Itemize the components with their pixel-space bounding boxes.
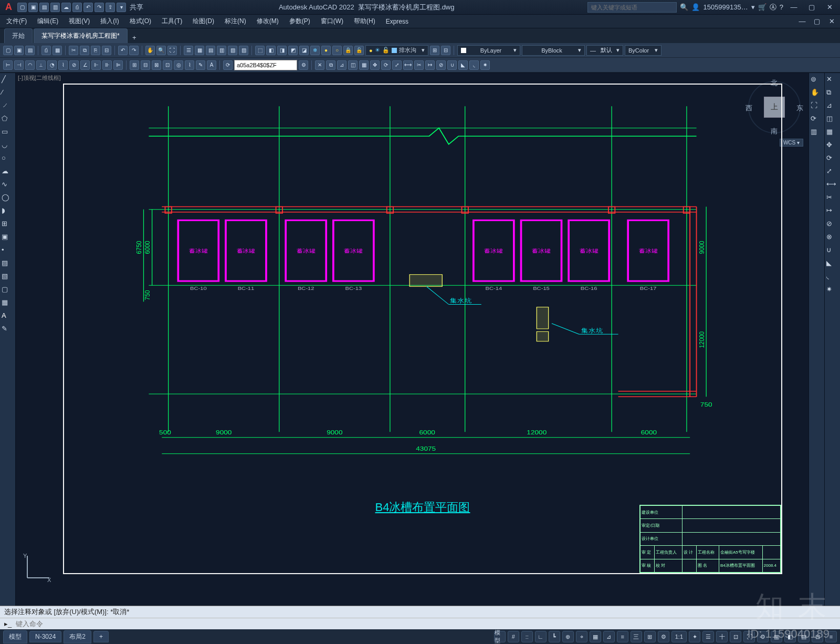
tb-zoom-icon[interactable]: 🔍 xyxy=(156,46,166,55)
user-menu[interactable]: 👤 1505999135… ▾ xyxy=(691,3,754,11)
menu-draw[interactable]: 绘图(D) xyxy=(187,15,219,28)
cmd-input[interactable] xyxy=(15,619,836,628)
st-custom-icon[interactable]: ≡ xyxy=(825,631,837,642)
draw-spline-icon[interactable]: ∿ xyxy=(2,180,13,192)
tab-new-icon[interactable]: + xyxy=(129,32,140,43)
tb-copy-icon[interactable]: ⧉ xyxy=(80,46,89,55)
tb-save-icon[interactable]: ▤ xyxy=(25,46,35,55)
draw-point-icon[interactable]: • xyxy=(2,246,13,257)
mp-extend-icon[interactable]: ↦ xyxy=(826,206,838,218)
qat-saveas-icon[interactable]: ▥ xyxy=(50,3,60,12)
st-lock-icon[interactable]: ⚙ xyxy=(757,631,769,642)
layer-iso-icon[interactable]: ◪ xyxy=(299,46,309,55)
plotstyle-select[interactable]: ByColor▾ xyxy=(625,45,662,56)
layer-lock-icon[interactable]: 🔒 xyxy=(343,46,353,55)
st-annomon-icon[interactable]: 十 xyxy=(716,631,728,642)
dim-ang-icon[interactable]: ∠ xyxy=(80,60,90,70)
layer-on-icon[interactable]: ○ xyxy=(332,46,342,55)
dim-tol-icon[interactable]: ⊠ xyxy=(152,60,161,70)
st-3dosnap-icon[interactable]: ⌖ xyxy=(576,631,587,642)
draw-pline-icon[interactable]: ⟋ xyxy=(2,101,13,113)
st-polar-icon[interactable]: ┗ xyxy=(549,631,560,642)
dim-edit-icon[interactable]: ✎ xyxy=(196,60,205,70)
appstore-icon[interactable]: Ⓐ xyxy=(770,3,776,12)
tb-undo-icon[interactable]: ↶ xyxy=(118,46,128,55)
mod-array-icon[interactable]: ▦ xyxy=(359,60,369,70)
dim-arc-icon[interactable]: ◠ xyxy=(25,60,35,70)
st-ducs-icon[interactable]: ⊿ xyxy=(603,631,615,642)
dim-ord-icon[interactable]: ⟂ xyxy=(36,60,46,70)
mp-breakpt-icon[interactable]: ⊘ xyxy=(826,220,838,231)
mod-copy-icon[interactable]: ⧉ xyxy=(326,60,335,70)
layer-match-icon[interactable]: ◩ xyxy=(288,46,298,55)
st-snap-icon[interactable]: :: xyxy=(521,631,533,642)
st-otrack-icon[interactable]: ▦ xyxy=(590,631,601,642)
mod-break-icon[interactable]: ⊘ xyxy=(436,60,446,70)
st-scale-icon[interactable]: 1:1 xyxy=(671,631,687,642)
mod-scale-icon[interactable]: ⤢ xyxy=(392,60,402,70)
menu-param[interactable]: 参数(P) xyxy=(284,15,316,28)
layer-make-icon[interactable]: ◨ xyxy=(277,46,287,55)
cart-icon[interactable]: 🛒 xyxy=(758,3,766,11)
st-model-icon[interactable]: 模型 xyxy=(494,631,506,642)
dim-cont-icon[interactable]: ⊫ xyxy=(113,60,123,70)
draw-insert-icon[interactable]: ⊞ xyxy=(2,220,13,231)
qat-undo-icon[interactable]: ↶ xyxy=(83,3,93,12)
st-units-icon[interactable]: ⊡ xyxy=(730,631,741,642)
draw-add-icon[interactable]: ✎ xyxy=(2,325,13,336)
st-ortho-icon[interactable]: ∟ xyxy=(535,631,547,642)
draw-earc-icon[interactable]: ◗ xyxy=(2,206,13,218)
layer-walk-icon[interactable]: ⊟ xyxy=(441,46,450,55)
layer-state-icon[interactable]: ⊞ xyxy=(430,46,439,55)
tb-pan-icon[interactable]: ✋ xyxy=(145,46,155,55)
dim-jogline-icon[interactable]: ⌇ xyxy=(185,60,194,70)
mp-move-icon[interactable]: ✥ xyxy=(826,141,838,152)
search-icon[interactable]: 🔍 xyxy=(680,3,688,11)
color-select[interactable]: ByLayer▾ xyxy=(457,45,520,56)
doc-min-icon[interactable]: — xyxy=(795,16,810,27)
st-full-icon[interactable]: ⊟ xyxy=(812,631,823,642)
mod-explode-icon[interactable]: ✷ xyxy=(480,60,490,70)
draw-circle-icon[interactable]: ○ xyxy=(2,154,13,165)
mp-trim-icon[interactable]: ✂ xyxy=(826,193,838,205)
menu-express[interactable]: Express xyxy=(381,16,414,27)
draw-line-icon[interactable]: ╱ xyxy=(2,75,13,87)
mod-mirror-icon[interactable]: ⊿ xyxy=(337,60,346,70)
tb-paste-icon[interactable]: ⎘ xyxy=(91,46,100,55)
help-icon[interactable]: ? xyxy=(780,3,783,11)
mod-stretch-icon[interactable]: ⟷ xyxy=(403,60,413,70)
tb-designctr-icon[interactable]: ▦ xyxy=(195,46,204,55)
mp-rotate-icon[interactable]: ⟳ xyxy=(826,154,838,165)
tb-redo-icon[interactable]: ↷ xyxy=(129,46,139,55)
qat-web-icon[interactable]: ☁ xyxy=(61,3,71,12)
mp-break-icon[interactable]: ⊗ xyxy=(826,233,838,244)
st-osnap-icon[interactable]: ⊕ xyxy=(562,631,574,642)
mp-erase-icon[interactable]: ✕ xyxy=(826,75,838,87)
dim-quick-icon[interactable]: ⊩ xyxy=(91,60,101,70)
mod-extend-icon[interactable]: ↦ xyxy=(425,60,435,70)
mod-join-icon[interactable]: ∪ xyxy=(447,60,457,70)
menu-insert[interactable]: 插入(I) xyxy=(95,15,124,28)
st-quickprop-icon[interactable]: ⛶ xyxy=(743,631,755,642)
menu-format[interactable]: 格式(O) xyxy=(124,15,156,28)
st-grid-icon[interactable]: # xyxy=(508,631,519,642)
command-line[interactable]: 选择注释对象或 [放弃(U)/模式(M)]: *取消* ▸_ xyxy=(0,606,840,629)
draw-region-icon[interactable]: ▢ xyxy=(2,285,13,297)
layer-unlock-icon[interactable]: 🔓 xyxy=(354,46,364,55)
tb-new-icon[interactable]: ▢ xyxy=(3,46,13,55)
help-search-input[interactable] xyxy=(587,2,677,13)
tb-print-icon[interactable]: ⎙ xyxy=(41,46,51,55)
app-logo[interactable]: A xyxy=(3,2,14,13)
window-min-icon[interactable]: — xyxy=(786,2,801,13)
nav-zoomext-icon[interactable]: ⛶ xyxy=(811,101,822,113)
draw-rect-icon[interactable]: ▭ xyxy=(2,128,13,139)
dim-base-icon[interactable]: ⊪ xyxy=(102,60,112,70)
qat-open-icon[interactable]: ▣ xyxy=(28,3,38,12)
layout-tab-model[interactable]: 模型 xyxy=(3,630,27,643)
dim-space-icon[interactable]: ⊞ xyxy=(130,60,139,70)
dim-style-icon[interactable]: ⚙ xyxy=(299,60,308,70)
draw-arc-icon[interactable]: ◡ xyxy=(2,141,13,152)
st-annoscale-icon[interactable]: ✦ xyxy=(689,631,700,642)
dim-rad-icon[interactable]: ◔ xyxy=(47,60,57,70)
layout-tab-2[interactable]: 布局2 xyxy=(64,630,91,643)
